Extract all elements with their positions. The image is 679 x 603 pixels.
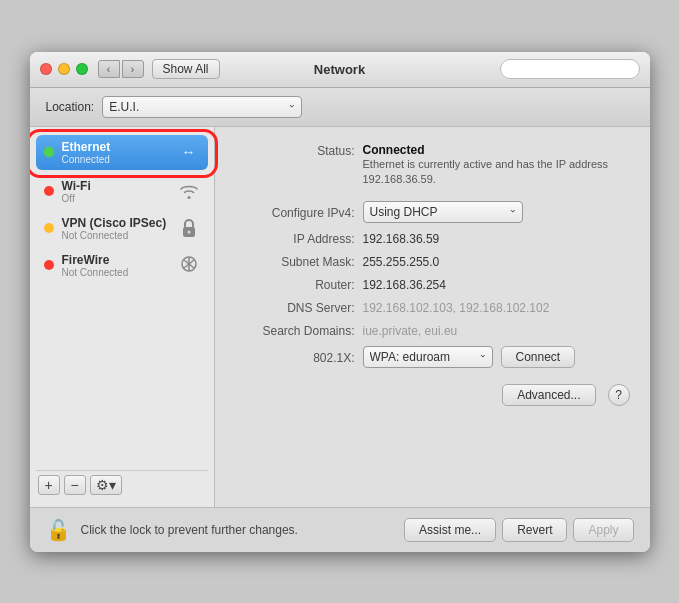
ethernet-icon: ↔ — [178, 141, 200, 163]
ethernet-text: Ethernet Connected — [62, 140, 178, 165]
location-toolbar: Location: E.U.I. — [30, 88, 650, 127]
forward-button[interactable]: › — [122, 60, 144, 78]
window-title: Network — [314, 62, 365, 77]
minimize-button[interactable] — [58, 63, 70, 75]
status-row: Status: Connected Ethernet is currently … — [235, 143, 630, 188]
wifi-name: Wi-Fi — [62, 179, 178, 193]
sidebar-footer: + − ⚙▾ — [36, 470, 208, 499]
close-button[interactable] — [40, 63, 52, 75]
dns-row: DNS Server: 192.168.102.103, 192.168.102… — [235, 300, 630, 315]
router-value: 192.168.36.254 — [363, 278, 446, 292]
location-select-wrapper: E.U.I. — [102, 96, 302, 118]
location-label: Location: — [46, 100, 95, 114]
remove-network-button[interactable]: − — [64, 475, 86, 495]
configure-label: Configure IPv4: — [235, 205, 355, 220]
back-button[interactable]: ‹ — [98, 60, 120, 78]
status-info: Connected Ethernet is currently active a… — [363, 143, 630, 188]
search-domains-value: iue.private, eui.eu — [363, 324, 458, 338]
ethernet-status: Connected — [62, 154, 178, 165]
show-all-button[interactable]: Show All — [152, 59, 220, 79]
sidebar-item-vpn[interactable]: VPN (Cisco IPSec) Not Connected — [36, 211, 208, 246]
footer-buttons: Assist me... Revert Apply — [404, 518, 633, 542]
traffic-lights — [40, 63, 88, 75]
configure-row: Configure IPv4: Using DHCP — [235, 201, 630, 223]
wifi-status-dot — [44, 186, 54, 196]
search-domains-row: Search Domains: iue.private, eui.eu — [235, 323, 630, 338]
network-preferences-window: ‹ › Show All Network Location: E.U.I. Et… — [30, 52, 650, 552]
router-label: Router: — [235, 277, 355, 292]
firewire-name: FireWire — [62, 253, 178, 267]
apply-button[interactable]: Apply — [573, 518, 633, 542]
wifi-text: Wi-Fi Off — [62, 179, 178, 204]
sidebar-item-ethernet[interactable]: Ethernet Connected ↔ — [36, 135, 208, 170]
status-value: Connected — [363, 143, 630, 157]
router-row: Router: 192.168.36.254 — [235, 277, 630, 292]
dot1x-label: 802.1X: — [235, 350, 355, 365]
search-input[interactable] — [500, 59, 640, 79]
configure-select-wrapper: Using DHCP — [363, 201, 523, 223]
subnet-label: Subnet Mask: — [235, 254, 355, 269]
wifi-status: Off — [62, 193, 178, 204]
footer: 🔓 Click the lock to prevent further chan… — [30, 507, 650, 552]
add-network-button[interactable]: + — [38, 475, 60, 495]
configure-select[interactable]: Using DHCP — [363, 201, 523, 223]
content-area: Ethernet Connected ↔ Wi-Fi Off — [30, 127, 650, 507]
advanced-button[interactable]: Advanced... — [502, 384, 595, 406]
dot1x-row: 802.1X: WPA: eduroam Connect — [235, 346, 630, 368]
status-detail: Ethernet is currently active and has the… — [363, 157, 630, 188]
vpn-status: Not Connected — [62, 230, 178, 241]
title-bar: ‹ › Show All Network — [30, 52, 650, 88]
vpn-status-dot — [44, 223, 54, 233]
ethernet-status-dot — [44, 147, 54, 157]
subnet-row: Subnet Mask: 255.255.255.0 — [235, 254, 630, 269]
dot1x-select-wrapper: WPA: eduroam — [363, 346, 493, 368]
help-button[interactable]: ? — [608, 384, 630, 406]
network-settings-button[interactable]: ⚙▾ — [90, 475, 122, 495]
wifi-icon — [178, 180, 200, 202]
firewire-status: Not Connected — [62, 267, 178, 278]
firewire-status-dot — [44, 260, 54, 270]
lock-text: Click the lock to prevent further change… — [81, 523, 405, 537]
search-domains-label: Search Domains: — [235, 323, 355, 338]
sidebar: Ethernet Connected ↔ Wi-Fi Off — [30, 127, 215, 507]
ip-label: IP Address: — [235, 231, 355, 246]
gear-icon: ⚙▾ — [96, 477, 116, 493]
sidebar-item-wifi[interactable]: Wi-Fi Off — [36, 174, 208, 209]
main-panel: Status: Connected Ethernet is currently … — [215, 127, 650, 507]
sidebar-item-firewire[interactable]: FireWire Not Connected — [36, 248, 208, 283]
dot1x-select[interactable]: WPA: eduroam — [363, 346, 493, 368]
subnet-value: 255.255.255.0 — [363, 255, 440, 269]
firewire-icon — [178, 254, 200, 276]
ip-row: IP Address: 192.168.36.59 — [235, 231, 630, 246]
vpn-icon — [178, 217, 200, 239]
dns-label: DNS Server: — [235, 300, 355, 315]
svg-point-1 — [187, 231, 190, 234]
maximize-button[interactable] — [76, 63, 88, 75]
location-select[interactable]: E.U.I. — [102, 96, 302, 118]
ethernet-item-wrapper: Ethernet Connected ↔ — [36, 135, 208, 172]
firewire-text: FireWire Not Connected — [62, 253, 178, 278]
dns-value: 192.168.102.103, 192.168.102.102 — [363, 301, 550, 315]
ip-value: 192.168.36.59 — [363, 232, 440, 246]
vpn-name: VPN (Cisco IPSec) — [62, 216, 178, 230]
lock-icon[interactable]: 🔓 — [46, 518, 71, 542]
revert-button[interactable]: Revert — [502, 518, 567, 542]
vpn-text: VPN (Cisco IPSec) Not Connected — [62, 216, 178, 241]
status-label: Status: — [235, 143, 355, 158]
bottom-actions: Advanced... ? — [235, 384, 630, 406]
nav-buttons: ‹ › — [98, 60, 144, 78]
ethernet-name: Ethernet — [62, 140, 178, 154]
connect-button[interactable]: Connect — [501, 346, 576, 368]
assist-button[interactable]: Assist me... — [404, 518, 496, 542]
